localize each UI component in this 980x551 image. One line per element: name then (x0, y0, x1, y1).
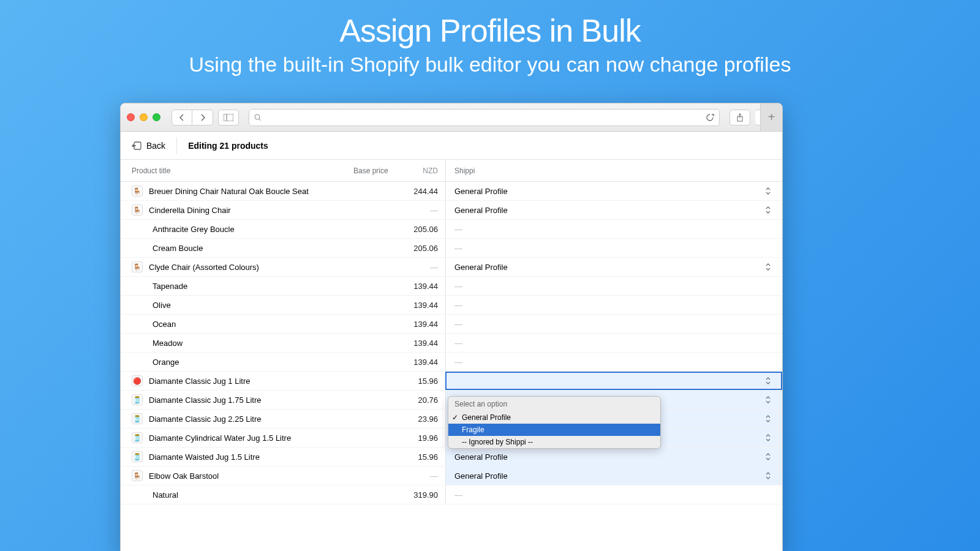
product-title: Ocean (153, 320, 176, 329)
product-thumb: 🪑 (132, 204, 143, 216)
forward-button[interactable] (192, 110, 213, 126)
profile-cell[interactable]: General Profile (445, 258, 782, 276)
price-cell[interactable]: — (353, 263, 445, 272)
product-title: Meadow (153, 339, 183, 348)
profile-cell[interactable]: — (445, 220, 782, 238)
product-title: Clyde Chair (Assorted Colours) (149, 263, 259, 272)
price-cell[interactable]: 20.76 (353, 395, 445, 405)
titlebar (121, 103, 782, 132)
profile-cell[interactable]: — (445, 239, 782, 257)
product-thumb: 🫙 (132, 432, 143, 443)
divider (176, 137, 177, 154)
search-icon (254, 114, 262, 121)
profile-value: General Profile (454, 471, 508, 481)
price-cell[interactable]: 244.44 (353, 187, 445, 196)
price-cell[interactable]: 319.90 (353, 490, 445, 500)
dropdown-option[interactable]: -- Ignored by Shippi -- (448, 436, 660, 448)
price-cell[interactable]: — (353, 206, 445, 215)
profile-dropdown[interactable]: Select an option General ProfileFragile-… (448, 396, 661, 449)
dropdown-placeholder: Select an option (448, 397, 660, 411)
top-bar: Back Editing 21 products (121, 132, 782, 160)
sort-icon (765, 206, 771, 214)
profile-cell[interactable]: — (445, 334, 782, 352)
profile-cell[interactable]: — (445, 296, 782, 314)
traffic-lights (127, 113, 160, 121)
table-row[interactable]: 🪑Clyde Chair (Assorted Colours)—General … (121, 258, 782, 277)
svg-point-2 (255, 114, 260, 119)
sort-icon (765, 377, 771, 385)
product-thumb: 🫙 (132, 451, 143, 462)
product-title: Diamante Classic Jug 1.75 Litre (149, 395, 262, 405)
zoom-icon[interactable] (153, 113, 160, 121)
back-link[interactable]: Back (132, 141, 165, 151)
table-row[interactable]: 🪑Breuer Dining Chair Natural Oak Boucle … (121, 182, 782, 201)
hero-title: Assign Profiles in Bulk (0, 12, 980, 49)
profile-cell[interactable] (445, 372, 782, 390)
table-row[interactable]: 🪑Elbow Oak Barstool—General Profile (121, 467, 782, 485)
hero: Assign Profiles in Bulk Using the built-… (0, 0, 980, 77)
close-icon[interactable] (127, 113, 135, 121)
profile-cell[interactable]: General Profile (445, 201, 782, 219)
price-cell[interactable]: — (353, 471, 445, 481)
share-button[interactable] (729, 110, 750, 126)
price-cell[interactable]: 139.44 (353, 358, 445, 367)
new-tab-button[interactable]: + (760, 103, 782, 132)
header-product-title: Product title (121, 167, 353, 175)
minimize-icon[interactable] (140, 113, 148, 121)
nav-buttons (172, 110, 213, 126)
svg-line-3 (259, 119, 261, 121)
dropdown-option[interactable]: Fragile (448, 424, 660, 436)
product-thumb: 🔴 (132, 375, 143, 386)
back-label: Back (146, 141, 165, 151)
sidebar-toggle[interactable] (218, 110, 239, 126)
profile-cell[interactable]: — (445, 353, 782, 371)
product-title: Elbow Oak Barstool (149, 471, 219, 481)
svg-rect-0 (224, 114, 233, 121)
price-cell[interactable]: 205.06 (353, 244, 445, 253)
table-row[interactable]: Tapenade139.44— (121, 277, 782, 296)
profile-value: General Profile (454, 263, 508, 272)
table-row[interactable]: Cream Boucle205.06— (121, 239, 782, 258)
table-row[interactable]: 🪑Cinderella Dining Chair—General Profile (121, 201, 782, 220)
price-cell[interactable]: 23.96 (353, 414, 445, 424)
profile-cell[interactable]: General Profile (445, 467, 782, 485)
table-row[interactable]: 🔴Diamante Classic Jug 1 Litre15.96 (121, 372, 782, 391)
price-cell[interactable]: 15.96 (353, 377, 445, 386)
price-cell[interactable]: 205.06 (353, 225, 445, 234)
profile-cell[interactable]: General Profile (445, 182, 782, 200)
table-row[interactable]: Olive139.44— (121, 296, 782, 315)
table-row[interactable]: Ocean139.44— (121, 315, 782, 334)
dropdown-option[interactable]: General Profile (448, 411, 660, 424)
hero-subtitle: Using the built-in Shopify bulk editor y… (0, 53, 980, 77)
profile-cell[interactable]: — (445, 277, 782, 295)
profile-cell[interactable]: — (445, 315, 782, 333)
table-row[interactable]: Anthracite Grey Boucle205.06— (121, 220, 782, 239)
product-title: Olive (153, 301, 171, 310)
table-row[interactable]: Natural319.90— (121, 485, 782, 504)
profile-value: General Profile (454, 206, 508, 215)
column-headers: Product title Base price NZD Shippi (121, 160, 782, 182)
sort-icon (765, 414, 771, 423)
table-row[interactable]: Orange139.44— (121, 353, 782, 372)
product-title: Tapenade (153, 282, 187, 291)
price-cell[interactable]: 139.44 (353, 320, 445, 329)
profile-cell[interactable]: — (445, 485, 782, 504)
sort-icon (765, 433, 771, 442)
product-title: Diamante Cylindrical Water Jug 1.5 Litre (149, 433, 291, 443)
price-cell[interactable]: 15.96 (353, 452, 445, 462)
url-bar[interactable] (249, 109, 720, 126)
reload-icon[interactable] (706, 113, 714, 122)
product-thumb: 🪑 (132, 261, 143, 272)
price-cell[interactable]: 139.44 (353, 301, 445, 310)
profile-cell[interactable]: General Profile (445, 448, 782, 466)
product-thumb: 🫙 (132, 394, 143, 405)
price-cell[interactable]: 139.44 (353, 282, 445, 291)
table-row[interactable]: 🫙Diamante Waisted Jug 1.5 Litre15.96Gene… (121, 448, 782, 467)
product-title: Orange (153, 358, 179, 367)
sort-icon (765, 263, 771, 271)
table-row[interactable]: Meadow139.44— (121, 334, 782, 353)
browser-window: + Back Editing 21 products Product title… (120, 103, 783, 551)
price-cell[interactable]: 139.44 (353, 339, 445, 348)
price-cell[interactable]: 19.96 (353, 433, 445, 443)
back-button[interactable] (172, 110, 192, 126)
